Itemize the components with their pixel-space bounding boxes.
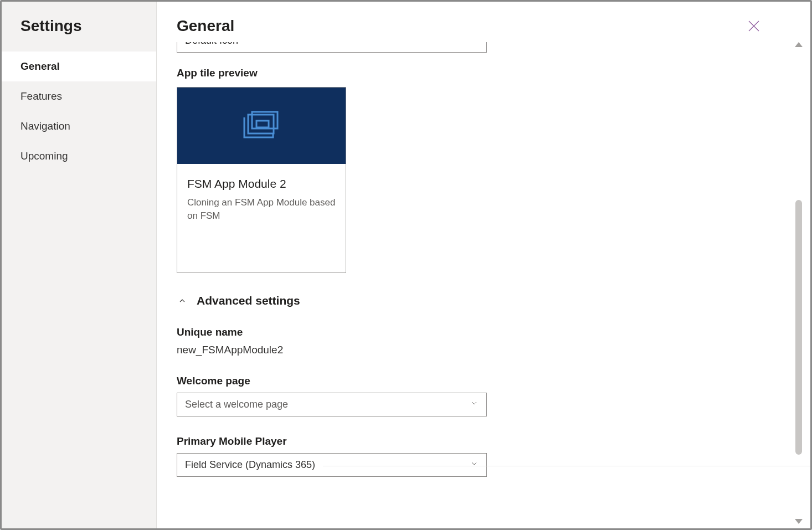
page-title: General <box>177 17 234 35</box>
svg-rect-4 <box>256 121 269 127</box>
app-tile-preview: FSM App Module 2 Cloning an FSM App Modu… <box>177 87 346 273</box>
scroll-down-arrow-icon[interactable] <box>795 519 803 524</box>
chevron-down-icon <box>470 399 479 410</box>
scroll-rail[interactable] <box>795 50 802 516</box>
unique-name-value: new_FSMAppModule2 <box>177 344 768 356</box>
app-icon-dropdown[interactable]: Default Icon <box>177 42 487 53</box>
welcome-page-dropdown[interactable]: Select a welcome page <box>177 393 487 416</box>
primary-mobile-player-dropdown[interactable]: Field Service (Dynamics 365) <box>177 453 487 477</box>
unique-name-label: Unique name <box>177 326 768 338</box>
chevron-up-icon <box>177 295 188 306</box>
vertical-scrollbar[interactable] <box>793 42 805 524</box>
app-tile-name: FSM App Module 2 <box>187 177 336 191</box>
sidebar-item-navigation[interactable]: Navigation <box>2 111 156 141</box>
sidebar-item-features[interactable]: Features <box>2 81 156 111</box>
tile-preview-label: App tile preview <box>177 67 768 79</box>
main-content: Default Icon App tile preview <box>157 42 788 528</box>
settings-sidebar: Settings General Features Navigation Upc… <box>2 2 157 528</box>
stacked-frames-icon <box>243 111 280 141</box>
chevron-down-icon <box>470 42 479 47</box>
app-tile-description: Cloning an FSM App Module based on FSM <box>187 196 336 223</box>
settings-dialog: Settings General Features Navigation Upc… <box>0 0 812 530</box>
advanced-settings-toggle[interactable]: Advanced settings <box>177 294 768 307</box>
app-icon-dropdown-value: Default Icon <box>185 42 238 47</box>
close-icon <box>747 26 760 34</box>
footer-divider <box>323 466 810 466</box>
main-header: General <box>157 2 810 42</box>
sidebar-title: Settings <box>2 2 156 52</box>
chevron-down-icon <box>470 459 479 471</box>
welcome-page-placeholder: Select a welcome page <box>185 399 288 410</box>
scroll-up-arrow-icon[interactable] <box>795 42 803 47</box>
scroll-thumb[interactable] <box>795 200 802 455</box>
close-button[interactable] <box>745 17 763 37</box>
sidebar-item-general[interactable]: General <box>2 52 156 81</box>
app-tile-icon-area <box>177 88 346 164</box>
advanced-settings-label: Advanced settings <box>197 294 300 307</box>
welcome-page-label: Welcome page <box>177 375 768 387</box>
sidebar-item-upcoming[interactable]: Upcoming <box>2 141 156 171</box>
app-tile-body: FSM App Module 2 Cloning an FSM App Modu… <box>177 164 346 272</box>
main-panel: General Default Icon <box>157 2 810 528</box>
primary-mobile-player-value: Field Service (Dynamics 365) <box>185 459 315 471</box>
primary-mobile-player-label: Primary Mobile Player <box>177 435 768 447</box>
